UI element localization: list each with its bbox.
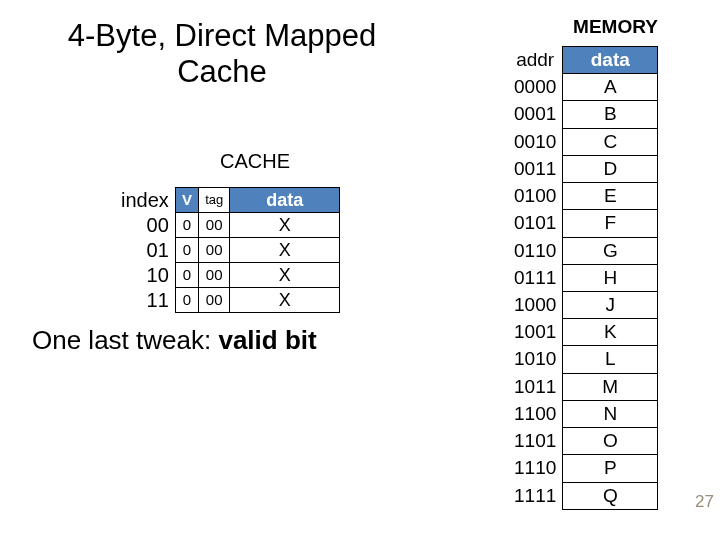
memory-row: 1010L [508,346,658,373]
memory-data: D [563,155,658,182]
memory-row: 1100N [508,400,658,427]
memory-data: P [563,455,658,482]
cache-tag: 00 [199,263,230,288]
cache-table: index V tag data 00 0 00 X 01 0 00 X 10 … [115,187,340,313]
cache-data: X [230,213,340,238]
cache-index: 01 [115,238,175,263]
memory-addr: 0001 [508,101,563,128]
memory-data: G [563,237,658,264]
tweak-bold: valid bit [218,325,316,355]
cache-header-row: index V tag data [115,188,340,213]
memory-data: M [563,373,658,400]
memory-addr: 1000 [508,291,563,318]
tweak-prefix: One last tweak: [32,325,218,355]
memory-row: 0111H [508,264,658,291]
memory-header-row: addr data [508,47,658,74]
cache-heading: CACHE [220,150,290,173]
memory-addr: 0010 [508,128,563,155]
memory-row: 0100E [508,183,658,210]
memory-addr: 1001 [508,319,563,346]
cache-tag: 00 [199,213,230,238]
memory-addr: 1101 [508,428,563,455]
memory-addr: 0011 [508,155,563,182]
memory-data: C [563,128,658,155]
cache-v: 0 [175,213,198,238]
memory-data: F [563,210,658,237]
memory-addr: 0100 [508,183,563,210]
memory-row: 0001B [508,101,658,128]
memory-addr: 0110 [508,237,563,264]
memory-data: Q [563,482,658,509]
memory-row: 0000A [508,74,658,101]
memory-row: 1001K [508,319,658,346]
cache-header-index: index [115,188,175,213]
cache-v: 0 [175,238,198,263]
memory-row: 0011D [508,155,658,182]
memory-addr: 0101 [508,210,563,237]
slide: 4-Byte, Direct Mapped Cache CACHE index … [0,0,720,540]
memory-table: addr data 0000A 0001B 0010C 0011D 0100E … [508,46,658,510]
memory-row: 0110G [508,237,658,264]
memory-heading: MEMORY [538,16,693,38]
cache-tag: 00 [199,238,230,263]
memory-addr: 0111 [508,264,563,291]
memory-row: 0101F [508,210,658,237]
cache-row: 01 0 00 X [115,238,340,263]
memory-row: 1110P [508,455,658,482]
cache-data: X [230,238,340,263]
memory-data: N [563,400,658,427]
memory-row: 0010C [508,128,658,155]
cache-index: 11 [115,288,175,313]
memory-row: 1011M [508,373,658,400]
memory-data: K [563,319,658,346]
memory-data: A [563,74,658,101]
memory-data: J [563,291,658,318]
tweak-text: One last tweak: valid bit [32,325,317,356]
cache-v: 0 [175,263,198,288]
cache-data: X [230,288,340,313]
cache-row: 11 0 00 X [115,288,340,313]
cache-header-data: data [230,188,340,213]
memory-data: O [563,428,658,455]
memory-addr: 1110 [508,455,563,482]
memory-row: 1000J [508,291,658,318]
cache-index: 10 [115,263,175,288]
memory-data: L [563,346,658,373]
cache-data: X [230,263,340,288]
memory-row: 1101O [508,428,658,455]
memory-addr: 1011 [508,373,563,400]
memory-addr: 1111 [508,482,563,509]
cache-tag: 00 [199,288,230,313]
page-number: 27 [695,492,714,512]
memory-addr: 1100 [508,400,563,427]
cache-index: 00 [115,213,175,238]
memory-row: 1111Q [508,482,658,509]
cache-row: 00 0 00 X [115,213,340,238]
memory-header-addr: addr [508,47,563,74]
cache-row: 10 0 00 X [115,263,340,288]
cache-header-tag: tag [199,188,230,213]
memory-data: H [563,264,658,291]
memory-data: B [563,101,658,128]
cache-header-v: V [175,188,198,213]
cache-v: 0 [175,288,198,313]
memory-data: E [563,183,658,210]
memory-addr: 1010 [508,346,563,373]
slide-title: 4-Byte, Direct Mapped Cache [52,18,392,89]
memory-addr: 0000 [508,74,563,101]
memory-header-data: data [563,47,658,74]
